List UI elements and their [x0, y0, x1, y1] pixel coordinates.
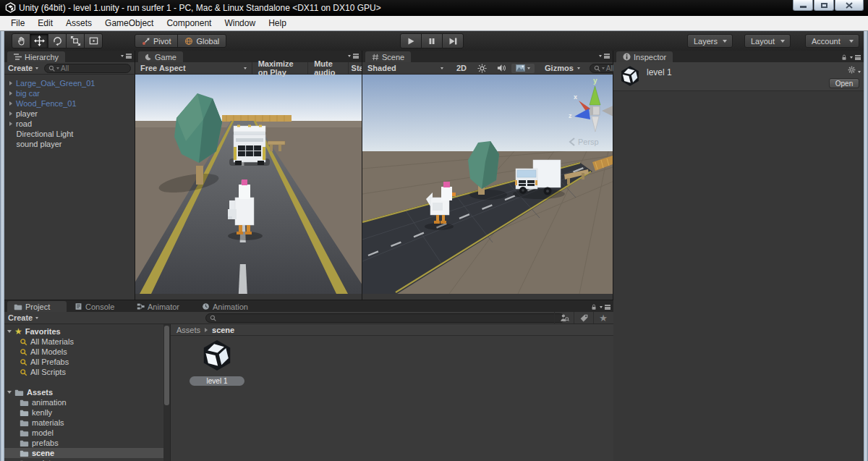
audio-toggle-button[interactable]	[492, 64, 511, 72]
close-button[interactable]	[835, 0, 864, 11]
tab-scene[interactable]: Scene	[365, 51, 411, 62]
menu-window[interactable]: Window	[218, 16, 262, 30]
tab-game[interactable]: Game	[138, 51, 183, 62]
asset-item-scene[interactable]: level 1	[190, 339, 244, 386]
tab-inspector[interactable]: Inspector	[616, 51, 673, 62]
breadcrumb-root[interactable]: Assets	[176, 326, 200, 334]
folder-item[interactable]: animation	[4, 397, 163, 407]
chevron-down-icon	[121, 55, 124, 57]
favorites-item[interactable]: All Materials	[4, 337, 163, 347]
open-button[interactable]: Open	[829, 78, 859, 88]
lighting-toggle-button[interactable]	[472, 64, 492, 73]
panel-menu[interactable]	[590, 303, 610, 311]
expand-arrow-icon[interactable]	[9, 122, 12, 126]
tab-project[interactable]: Project	[7, 301, 67, 312]
play-button[interactable]	[400, 33, 422, 48]
chevron-down-icon[interactable]	[858, 71, 861, 73]
divider	[554, 312, 555, 323]
step-button[interactable]	[442, 33, 464, 48]
lock-icon[interactable]	[841, 54, 848, 62]
chevron-down-icon	[600, 306, 603, 308]
maximize-button[interactable]	[814, 0, 834, 11]
scene-panel: Scene Shaded 2D Gizmos	[362, 51, 613, 300]
menu-help[interactable]: Help	[262, 16, 293, 30]
hierarchy-search-input[interactable]: All	[44, 64, 131, 73]
expand-arrow-icon[interactable]	[9, 81, 12, 85]
effects-dropdown[interactable]	[511, 64, 535, 73]
panel-menu[interactable]	[599, 54, 610, 59]
project-tree-scrollbar[interactable]	[163, 324, 170, 461]
tab-console[interactable]: Console	[68, 301, 123, 312]
menu-assets[interactable]: Assets	[59, 16, 98, 30]
menu-component[interactable]: Component	[160, 16, 218, 30]
hierarchy-item[interactable]: player	[4, 109, 135, 119]
hierarchy-item[interactable]: Large_Oak_Green_01	[4, 78, 135, 88]
favorites-item[interactable]: All Scripts	[4, 367, 163, 377]
hierarchy-item[interactable]: sound player	[4, 139, 135, 149]
asset-label[interactable]: level 1	[190, 376, 244, 386]
tab-animation[interactable]: Animation	[195, 301, 260, 312]
hand-tool-button[interactable]	[12, 33, 30, 48]
stats-button[interactable]: Sta	[349, 64, 362, 72]
gizmos-dropdown[interactable]: Gizmos	[539, 64, 586, 72]
folder-item[interactable]: model	[4, 428, 163, 438]
gear-icon[interactable]	[847, 65, 856, 75]
layers-dropdown[interactable]: Layers	[687, 34, 733, 48]
favorites-item[interactable]: All Prefabs	[4, 357, 163, 367]
expand-arrow-icon[interactable]	[9, 91, 12, 96]
shading-mode-dropdown[interactable]: Shaded	[362, 64, 441, 72]
minimize-button[interactable]	[793, 0, 813, 11]
project-create-button[interactable]: Create	[8, 313, 38, 322]
folder-item[interactable]: kenlly	[4, 407, 163, 418]
lock-icon[interactable]	[590, 303, 597, 311]
panel-menu[interactable]	[121, 54, 132, 59]
rect-tool-button[interactable]	[84, 33, 103, 48]
expand-arrow-icon[interactable]	[9, 101, 12, 106]
hierarchy-item[interactable]: Wood_Fence_01	[4, 98, 135, 109]
menu-edit[interactable]: Edit	[31, 16, 59, 30]
hierarchy-item[interactable]: road	[4, 119, 135, 129]
projection-label[interactable]: Persp	[578, 138, 599, 146]
folder-item[interactable]: prefabs	[4, 438, 163, 448]
maximize-on-play-button[interactable]: Maximize on Play	[253, 59, 307, 77]
hierarchy-create-button[interactable]: Create	[8, 64, 38, 72]
folder-item[interactable]: materials	[4, 418, 163, 428]
account-dropdown[interactable]: Account	[805, 34, 859, 48]
assets-root[interactable]: Assets	[4, 387, 163, 397]
hierarchy-item[interactable]: Directional Light	[4, 129, 135, 139]
panel-menu[interactable]	[841, 54, 861, 62]
rotate-tool-button[interactable]	[48, 33, 67, 48]
layout-dropdown[interactable]: Layout	[744, 34, 791, 48]
2d-toggle-button[interactable]: 2D	[451, 64, 472, 72]
move-tool-button[interactable]	[30, 33, 48, 48]
tab-animator[interactable]: Animator	[130, 301, 191, 312]
game-viewport[interactable]	[135, 75, 362, 294]
pause-button[interactable]	[421, 33, 443, 48]
titlebar[interactable]: Unity (64bit) - level 1.unity - run surf…	[0, 0, 868, 16]
tab-hierarchy[interactable]: Hierarchy	[7, 51, 65, 62]
menu-file[interactable]: File	[4, 16, 31, 30]
menu-icon	[605, 305, 610, 310]
collapse-arrow-icon[interactable]	[7, 391, 12, 394]
saved-search-star-icon[interactable]: ★	[595, 313, 612, 323]
global-toggle-button[interactable]: Global	[177, 34, 226, 48]
aspect-dropdown[interactable]: Free Aspect	[135, 64, 244, 72]
search-by-label-icon[interactable]	[575, 313, 592, 323]
hierarchy-item[interactable]: big car	[4, 88, 135, 98]
pivot-toggle-button[interactable]: Pivot	[135, 34, 178, 48]
folder-item-selected[interactable]: scene	[4, 448, 163, 458]
panel-menu[interactable]	[348, 54, 359, 59]
scale-tool-button[interactable]	[66, 33, 85, 48]
breadcrumb-current[interactable]: scene	[212, 326, 234, 334]
scrollbar-thumb[interactable]	[164, 326, 169, 405]
collapse-arrow-icon[interactable]	[7, 330, 12, 333]
scene-viewport[interactable]: y x z Persp	[362, 75, 613, 294]
menu-gameobject[interactable]: GameObject	[98, 16, 160, 30]
mute-audio-button[interactable]: Mute audio	[309, 59, 347, 77]
project-search-input[interactable]	[205, 313, 565, 323]
favorites-item[interactable]: All Models	[4, 347, 163, 357]
folder-item[interactable]: script	[4, 458, 163, 461]
expand-arrow-icon[interactable]	[9, 111, 12, 116]
search-by-type-icon[interactable]	[556, 313, 573, 322]
favorites-root[interactable]: ★ Favorites	[4, 326, 163, 337]
